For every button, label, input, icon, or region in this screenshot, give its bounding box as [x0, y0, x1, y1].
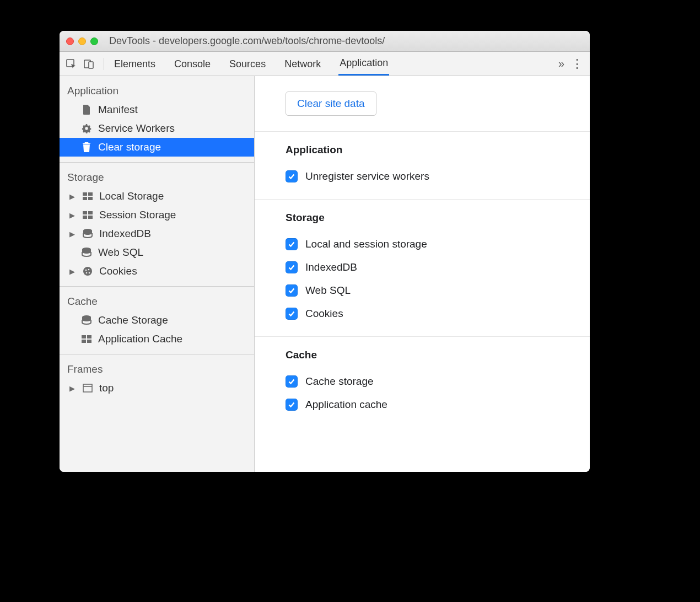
minimize-window-button[interactable]: [78, 37, 86, 45]
sidebar-item-label: Session Storage: [99, 209, 176, 221]
option-label: Unregister service workers: [305, 170, 429, 182]
toolbar-divider: [104, 58, 104, 70]
option-websql[interactable]: Web SQL: [286, 279, 590, 302]
section-header-storage: Storage: [286, 212, 590, 224]
svg-rect-22: [87, 340, 91, 343]
svg-rect-10: [88, 216, 93, 219]
device-toolbar-icon[interactable]: [83, 58, 95, 70]
sidebar-item-label: Cookies: [99, 265, 137, 277]
tab-elements[interactable]: Elements: [113, 53, 157, 75]
main-section-cache: Cache Cache storage Application cache: [255, 337, 590, 427]
kebab-menu-icon[interactable]: ⋮: [570, 57, 584, 71]
sidebar-item-label: Manifest: [98, 104, 138, 116]
tab-application[interactable]: Application: [338, 52, 389, 76]
expand-arrow-icon[interactable]: ▶: [69, 384, 76, 393]
tab-console[interactable]: Console: [173, 53, 212, 75]
option-label: Cookies: [305, 308, 343, 320]
sidebar-item-clear-storage[interactable]: Clear storage: [60, 138, 254, 157]
svg-rect-23: [83, 384, 92, 392]
sidebar-item-session-storage[interactable]: ▶ Session Storage: [60, 206, 254, 224]
checkbox-checked-icon[interactable]: [286, 284, 298, 297]
sidebar-item-label: Local Storage: [99, 190, 164, 202]
sidebar-item-label: Service Workers: [98, 122, 175, 135]
sidebar-item-indexeddb[interactable]: ▶ IndexedDB: [60, 224, 254, 243]
sidebar-item-websql[interactable]: Web SQL: [60, 243, 254, 262]
sidebar-item-service-workers[interactable]: Service Workers: [60, 119, 254, 138]
sidebar-section-cache: Cache Cache Storage Application Cache: [60, 287, 254, 354]
checkbox-checked-icon[interactable]: [286, 308, 298, 320]
svg-rect-5: [83, 197, 87, 200]
option-indexeddb[interactable]: IndexedDB: [286, 256, 590, 279]
tab-sources[interactable]: Sources: [228, 53, 267, 75]
checkbox-checked-icon[interactable]: [286, 375, 298, 388]
section-header-application: Application: [286, 144, 590, 156]
option-application-cache[interactable]: Application cache: [286, 393, 590, 416]
svg-rect-9: [83, 216, 87, 219]
document-icon: [80, 104, 93, 116]
checkbox-checked-icon[interactable]: [286, 238, 298, 250]
gear-icon: [80, 122, 93, 135]
svg-point-15: [88, 269, 90, 271]
close-window-button[interactable]: [66, 37, 74, 45]
sidebar-header-frames: Frames: [60, 359, 254, 379]
database-icon: [80, 246, 93, 259]
frame-icon: [82, 382, 94, 394]
maximize-window-button[interactable]: [90, 37, 98, 45]
option-cache-storage[interactable]: Cache storage: [286, 370, 590, 393]
expand-arrow-icon[interactable]: ▶: [69, 267, 76, 276]
grid-icon: [82, 209, 94, 221]
option-label: Local and session storage: [305, 238, 427, 250]
checkbox-checked-icon[interactable]: [286, 399, 298, 411]
sidebar-header-application: Application: [60, 80, 254, 100]
toolbar: Elements Console Sources Network Applica…: [60, 52, 590, 76]
svg-point-14: [85, 270, 87, 271]
option-label: Web SQL: [305, 284, 351, 297]
panel-body: Application Manifest Service Workers: [60, 76, 590, 472]
main-section-application: Application Unregister service workers: [255, 132, 590, 200]
checkbox-checked-icon[interactable]: [286, 261, 298, 273]
inspect-element-icon[interactable]: [65, 58, 77, 70]
sidebar-item-cookies[interactable]: ▶ Cookies: [60, 262, 254, 281]
svg-rect-6: [88, 197, 93, 200]
titlebar: DevTools - developers.google.com/web/too…: [60, 31, 590, 52]
checkbox-checked-icon[interactable]: [286, 170, 298, 182]
svg-rect-4: [88, 192, 93, 196]
svg-rect-3: [83, 192, 87, 196]
clear-data-row: Clear site data: [255, 76, 590, 132]
sidebar-item-manifest[interactable]: Manifest: [60, 100, 254, 119]
option-unregister-service-workers[interactable]: Unregister service workers: [286, 165, 590, 188]
expand-arrow-icon[interactable]: ▶: [69, 211, 76, 219]
sidebar-section-frames: Frames ▶ top: [60, 354, 254, 403]
tabs-overflow-icon[interactable]: »: [553, 57, 570, 70]
sidebar-section-application: Application Manifest Service Workers: [60, 76, 254, 163]
sidebar-header-cache: Cache: [60, 291, 254, 311]
traffic-lights: [66, 37, 98, 45]
expand-arrow-icon[interactable]: ▶: [69, 192, 76, 201]
main-section-storage: Storage Local and session storage Indexe…: [255, 200, 590, 337]
sidebar-item-label: Cache Storage: [98, 314, 168, 326]
devtools-window: DevTools - developers.google.com/web/too…: [60, 31, 590, 472]
sidebar-item-cache-storage[interactable]: Cache Storage: [60, 311, 254, 330]
svg-rect-8: [88, 211, 93, 214]
sidebar-item-application-cache[interactable]: Application Cache: [60, 330, 254, 348]
clear-site-data-button[interactable]: Clear site data: [286, 92, 376, 116]
sidebar-item-local-storage[interactable]: ▶ Local Storage: [60, 187, 254, 206]
tab-network[interactable]: Network: [283, 53, 322, 75]
section-header-cache: Cache: [286, 349, 590, 361]
clear-storage-panel: Clear site data Application Unregister s…: [255, 76, 590, 472]
option-label: IndexedDB: [305, 261, 357, 273]
sidebar-item-frame-top[interactable]: ▶ top: [60, 379, 254, 397]
option-cookies[interactable]: Cookies: [286, 302, 590, 325]
svg-rect-19: [82, 335, 86, 338]
sidebar-header-storage: Storage: [60, 167, 254, 187]
option-label: Cache storage: [305, 375, 374, 388]
sidebar-section-storage: Storage ▶ Local Storage ▶ Session Storag…: [60, 163, 254, 287]
expand-arrow-icon[interactable]: ▶: [69, 230, 76, 238]
svg-rect-7: [83, 211, 87, 214]
svg-point-13: [83, 267, 92, 276]
svg-point-17: [86, 272, 88, 274]
database-icon: [80, 314, 93, 326]
option-local-session-storage[interactable]: Local and session storage: [286, 233, 590, 256]
sidebar-item-label: IndexedDB: [99, 228, 151, 240]
sidebar-item-label: Application Cache: [98, 333, 182, 345]
